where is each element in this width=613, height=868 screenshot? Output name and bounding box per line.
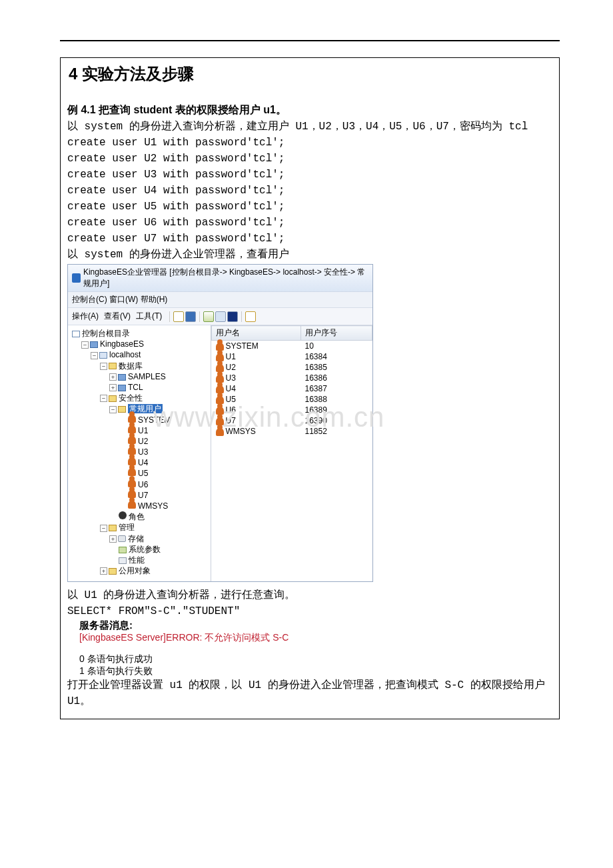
sql-line: create user U3 with password'tcl'; <box>67 167 552 183</box>
cell-userid: 16387 <box>301 383 372 394</box>
storage-icon <box>118 535 126 542</box>
toolbar-menu-tools[interactable]: 工具(T) <box>136 311 162 322</box>
folder-icon <box>109 568 117 575</box>
cell-userid: 16389 <box>301 405 372 415</box>
tree-manage[interactable]: 管理 <box>119 523 135 532</box>
table-row[interactable]: WMSYS11852 <box>212 426 372 437</box>
tree-user[interactable]: U5 <box>138 469 148 478</box>
col-userid[interactable]: 用户序号 <box>301 326 372 341</box>
tree-user[interactable]: WMSYS <box>138 501 168 511</box>
root-icon <box>72 331 80 337</box>
cell-userid: 16385 <box>301 362 372 373</box>
sql-line: create user U7 with password'tcl'; <box>67 231 552 247</box>
tree-kingbase[interactable]: KingbaseES <box>100 339 144 349</box>
tree-user[interactable]: U2 <box>138 437 148 446</box>
tree-sysparam[interactable]: 系统参数 <box>129 545 161 554</box>
tree-pub[interactable]: 公用对象 <box>119 566 151 575</box>
toolbar-icon[interactable] <box>173 311 184 322</box>
toolbar-icon[interactable] <box>245 311 256 322</box>
section-heading: 4 实验方法及步骤 <box>69 63 552 85</box>
collapse-icon[interactable]: − <box>100 395 107 402</box>
table-row[interactable]: U316386 <box>212 373 372 383</box>
em-menubar[interactable]: 控制台(C) 窗口(W) 帮助(H) <box>68 292 372 308</box>
em-tree-panel[interactable]: 控制台根目录 −KingbaseES −localhost −数据库 <box>68 325 211 581</box>
host-icon <box>99 352 107 359</box>
cell-username: U4 <box>226 384 236 393</box>
em-list-panel: 用户名 用户序号 SYSTEM10 U116384 U216385 U31638… <box>211 325 372 581</box>
cell-username: SYSTEM <box>226 341 259 351</box>
tree-user[interactable]: U6 <box>138 480 148 489</box>
collapse-icon[interactable]: − <box>100 363 107 370</box>
toolbar-icon[interactable] <box>215 311 226 322</box>
cell-userid: 16388 <box>301 394 372 405</box>
expand-icon[interactable]: + <box>109 384 117 391</box>
role-icon <box>119 511 127 519</box>
user-icon <box>128 447 136 455</box>
stat-success: 0 条语句执行成功 <box>79 653 552 665</box>
collapse-icon[interactable]: − <box>109 406 117 413</box>
collapse-icon[interactable]: − <box>81 341 89 349</box>
user-icon <box>216 428 224 436</box>
table-row[interactable]: SYSTEM10 <box>212 341 372 352</box>
tree-storage[interactable]: 存储 <box>128 534 144 543</box>
cell-userid: 16384 <box>301 351 372 362</box>
after-sql-text: 以 system 的身份进入企业管理器，查看用户 <box>67 247 552 263</box>
table-row[interactable]: U416387 <box>212 383 372 394</box>
final-text: 打开企业管理器设置 u1 的权限，以 U1 的身份进入企业管理器，把查询模式 S… <box>67 677 552 709</box>
table-row[interactable]: U116384 <box>212 351 372 362</box>
cell-userid: 16386 <box>301 373 372 383</box>
tree-user[interactable]: U3 <box>138 447 148 457</box>
table-row[interactable]: U716390 <box>212 415 372 426</box>
tree-user[interactable]: SYSTEM <box>138 415 171 425</box>
tree-user[interactable]: U4 <box>138 458 148 467</box>
error-message: [KingbaseES Server]ERROR: 不允许访问模式 S-C <box>79 632 552 644</box>
gear-icon <box>119 547 127 553</box>
cell-username: U1 <box>226 352 236 361</box>
table-row[interactable]: U516388 <box>212 394 372 405</box>
tree-db-item[interactable]: SAMPLES <box>128 372 166 381</box>
user-icon <box>128 501 136 509</box>
sql-query: SELECT* FROM"S-C"."STUDENT" <box>67 603 552 619</box>
sql-line: create user U5 with password'tcl'; <box>67 199 552 215</box>
user-icon <box>128 415 136 423</box>
folder-icon <box>109 363 117 369</box>
toolbar-icon[interactable] <box>203 311 214 322</box>
stat-fail: 1 条语句执行失败 <box>79 665 552 677</box>
tree-root[interactable]: 控制台根目录 <box>82 329 130 338</box>
toolbar-separator <box>169 311 170 322</box>
tree-database[interactable]: 数据库 <box>119 361 143 371</box>
user-icon <box>128 436 136 444</box>
toolbar-icon[interactable] <box>185 311 196 322</box>
tree-perf[interactable]: 性能 <box>129 555 145 565</box>
server-icon <box>90 341 98 348</box>
collapse-icon[interactable]: − <box>100 525 107 532</box>
toolbar-menu-view[interactable]: 查看(V) <box>104 311 131 322</box>
tree-role[interactable]: 角色 <box>129 512 145 521</box>
cell-username: U6 <box>226 405 236 415</box>
tree-security[interactable]: 安全性 <box>119 393 143 403</box>
user-table: 用户名 用户序号 SYSTEM10 U116384 U216385 U31638… <box>211 325 372 437</box>
col-username[interactable]: 用户名 <box>212 326 301 341</box>
em-title-text: KingbaseES企业管理器 [控制台根目录-> KingbaseES-> l… <box>83 267 368 289</box>
expand-icon[interactable]: + <box>109 373 117 381</box>
tree-db-item[interactable]: TCL <box>128 383 143 392</box>
tree-user[interactable]: U1 <box>138 426 148 435</box>
tree-user[interactable]: U7 <box>138 491 148 500</box>
tree-host[interactable]: localhost <box>109 350 141 359</box>
cell-username: U3 <box>226 373 236 383</box>
expand-icon[interactable]: + <box>100 567 107 575</box>
user-icon <box>128 468 136 476</box>
example-heading: 例 4.1 把查询 student 表的权限授给用户 u1。 <box>67 103 552 117</box>
cell-username: U5 <box>226 395 236 404</box>
after-em-text: 以 U1 的身份进入查询分析器，进行任意查询。 <box>67 587 552 603</box>
db-icon <box>118 385 126 391</box>
table-row[interactable]: U616389 <box>212 405 372 415</box>
toolbar-icon[interactable] <box>227 311 238 322</box>
expand-icon[interactable]: + <box>109 535 117 543</box>
table-row[interactable]: U216385 <box>212 362 372 373</box>
toolbar-menu-action[interactable]: 操作(A) <box>72 311 99 322</box>
collapse-icon[interactable]: − <box>91 352 98 359</box>
sql-line: create user U6 with password'tcl'; <box>67 215 552 231</box>
folder-icon <box>109 525 117 531</box>
intro-text: 以 system 的身份进入查询分析器，建立用户 U1，U2，U3，U4，U5，… <box>67 119 552 135</box>
